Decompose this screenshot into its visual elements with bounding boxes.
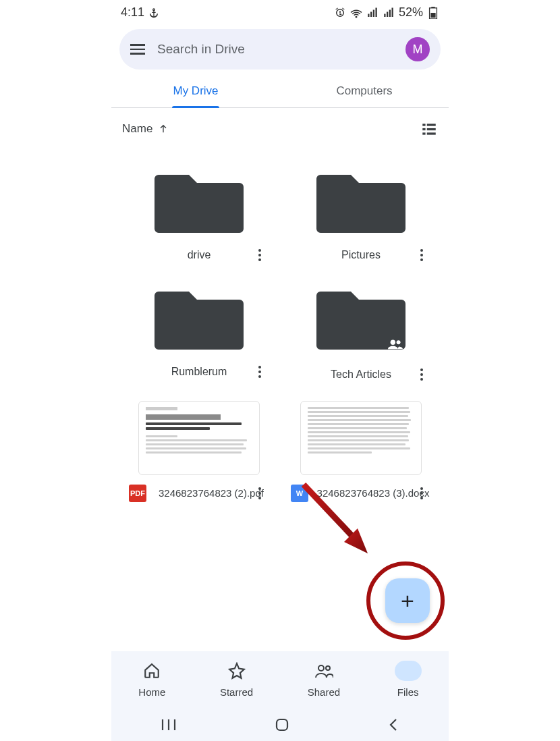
file-name: 3246823764823 (3).docx xyxy=(315,487,431,500)
folder-icon xyxy=(152,281,246,352)
add-fab[interactable]: + xyxy=(385,578,430,623)
svg-marker-12 xyxy=(344,528,368,553)
svg-rect-2 xyxy=(430,13,435,18)
svg-rect-3 xyxy=(422,124,425,126)
recents-button[interactable] xyxy=(160,718,177,732)
more-icon[interactable] xyxy=(415,487,428,499)
nav-home[interactable]: Home xyxy=(138,661,165,698)
more-icon[interactable] xyxy=(415,368,428,381)
nav-files[interactable]: Files xyxy=(395,661,422,698)
word-icon: W xyxy=(291,485,308,502)
more-icon[interactable] xyxy=(253,249,267,261)
folder-tile[interactable]: Pictures xyxy=(287,165,435,261)
system-nav-bar xyxy=(111,709,449,741)
nav-shared[interactable]: Shared xyxy=(308,661,340,698)
signal-icon-2 xyxy=(383,7,395,19)
svg-rect-7 xyxy=(422,132,425,134)
more-icon[interactable] xyxy=(253,487,267,499)
svg-point-10 xyxy=(397,340,401,344)
folder-name: drive xyxy=(188,249,211,261)
folder-name: Tech Articles xyxy=(331,368,391,381)
search-placeholder: Search in Drive xyxy=(157,42,393,57)
alarm-icon xyxy=(334,7,346,19)
plus-icon: + xyxy=(401,588,414,614)
folder-name: Pictures xyxy=(341,249,381,261)
more-icon[interactable] xyxy=(415,249,428,261)
file-tile[interactable]: PDF 3246823764823 (2).pdf xyxy=(125,401,273,502)
more-icon[interactable] xyxy=(253,366,267,378)
hamburger-icon[interactable] xyxy=(130,44,145,55)
signal-icon xyxy=(366,7,379,19)
battery-icon xyxy=(427,7,439,19)
svg-rect-4 xyxy=(427,124,436,126)
svg-rect-18 xyxy=(277,719,287,730)
sort-label: Name xyxy=(122,122,152,136)
tab-computers[interactable]: Computers xyxy=(280,75,449,107)
svg-point-9 xyxy=(391,340,395,345)
pdf-icon: PDF xyxy=(129,485,146,502)
svg-rect-6 xyxy=(427,128,436,130)
nav-starred[interactable]: Starred xyxy=(220,661,253,698)
search-bar[interactable]: Search in Drive M xyxy=(119,29,441,70)
folder-icon xyxy=(152,165,246,236)
status-time: 4:11 xyxy=(121,5,144,20)
shared-icon xyxy=(388,339,403,350)
tabs: My Drive Computers xyxy=(111,75,449,108)
svg-rect-5 xyxy=(422,128,425,130)
home-button[interactable] xyxy=(274,717,290,733)
anchor-icon xyxy=(148,7,159,18)
list-view-icon[interactable] xyxy=(420,120,438,138)
folder-tile[interactable]: drive xyxy=(125,165,273,261)
file-grid: drive Pictures Rumblerum xyxy=(111,144,449,502)
folder-tile[interactable]: Tech Articles xyxy=(287,281,435,381)
people-icon xyxy=(314,661,334,681)
arrow-up-icon xyxy=(158,124,169,134)
tab-my-drive[interactable]: My Drive xyxy=(111,75,280,107)
back-button[interactable] xyxy=(387,717,400,732)
folder-icon xyxy=(314,165,408,236)
file-name: 3246823764823 (2).pdf xyxy=(153,487,269,500)
svg-point-13 xyxy=(318,665,324,671)
folder-icon xyxy=(395,661,422,681)
svg-point-14 xyxy=(326,666,330,670)
sort-button[interactable]: Name xyxy=(122,122,169,136)
file-tile[interactable]: W 3246823764823 (3).docx xyxy=(287,401,435,502)
status-bar: 4:11 52% xyxy=(111,0,449,22)
star-icon xyxy=(227,661,247,681)
svg-rect-8 xyxy=(427,132,436,134)
folder-tile[interactable]: Rumblerum xyxy=(125,281,273,381)
file-thumbnail xyxy=(138,401,260,475)
sort-row: Name xyxy=(111,108,449,144)
file-thumbnail xyxy=(300,401,422,475)
wifi-icon xyxy=(350,7,362,19)
home-icon xyxy=(142,661,162,681)
battery-percent: 52% xyxy=(399,5,423,20)
folder-name: Rumblerum xyxy=(171,366,227,378)
bottom-nav: Home Starred Shared Files xyxy=(111,651,449,709)
avatar[interactable]: M xyxy=(405,37,430,61)
